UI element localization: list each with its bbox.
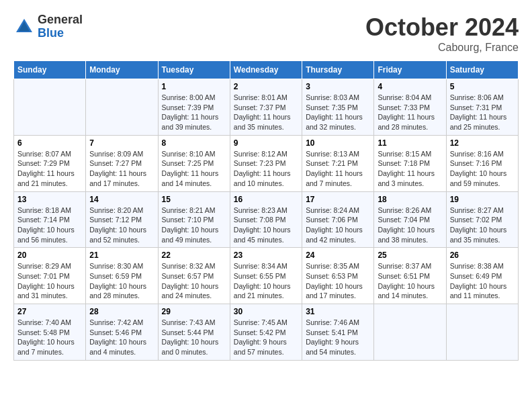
day-number: 17 [306,195,370,204]
day-number: 11 [378,138,442,148]
day-info: Sunrise: 8:10 AM Sunset: 7:25 PM Dayligh… [162,149,226,189]
day-info: Sunrise: 7:42 AM Sunset: 5:46 PM Dayligh… [89,318,154,357]
calendar-cell: 17Sunrise: 8:24 AM Sunset: 7:06 PM Dayli… [302,191,374,248]
day-info: Sunrise: 8:16 AM Sunset: 7:16 PM Dayligh… [450,149,515,189]
day-info: Sunrise: 8:35 AM Sunset: 6:53 PM Dayligh… [306,261,370,301]
day-number: 14 [89,195,154,204]
calendar-cell: 6Sunrise: 8:07 AM Sunset: 7:29 PM Daylig… [14,135,86,191]
calendar-cell: 9Sunrise: 8:12 AM Sunset: 7:23 PM Daylig… [230,135,302,191]
day-info: Sunrise: 8:01 AM Sunset: 7:37 PM Dayligh… [234,93,298,132]
calendar-cell: 19Sunrise: 8:27 AM Sunset: 7:02 PM Dayli… [446,191,518,248]
title-section: October 2024 Cabourg, France [365,13,519,54]
day-number: 29 [162,307,226,316]
day-info: Sunrise: 8:27 AM Sunset: 7:02 PM Dayligh… [450,205,515,245]
weekday-header-row: SundayMondayTuesdayWednesdayThursdayFrid… [14,61,519,79]
logo-icon [13,16,35,38]
day-info: Sunrise: 8:00 AM Sunset: 7:39 PM Dayligh… [162,93,226,132]
weekday-header-cell: Monday [86,61,158,79]
day-info: Sunrise: 8:24 AM Sunset: 7:06 PM Dayligh… [306,205,370,245]
day-number: 26 [450,250,515,260]
day-info: Sunrise: 8:03 AM Sunset: 7:35 PM Dayligh… [306,93,370,132]
logo: General Blue [13,13,83,40]
calendar-row: 13Sunrise: 8:18 AM Sunset: 7:14 PM Dayli… [14,191,519,248]
calendar-body: 1Sunrise: 8:00 AM Sunset: 7:39 PM Daylig… [14,79,519,361]
day-info: Sunrise: 8:20 AM Sunset: 7:12 PM Dayligh… [89,205,154,245]
day-info: Sunrise: 7:45 AM Sunset: 5:42 PM Dayligh… [234,318,298,357]
calendar-cell: 18Sunrise: 8:26 AM Sunset: 7:04 PM Dayli… [374,191,446,248]
day-number: 1 [162,82,226,91]
calendar-cell: 30Sunrise: 7:45 AM Sunset: 5:42 PM Dayli… [230,304,302,361]
day-info: Sunrise: 7:40 AM Sunset: 5:48 PM Dayligh… [17,318,82,357]
logo-line2: Blue [38,27,83,40]
calendar-row: 6Sunrise: 8:07 AM Sunset: 7:29 PM Daylig… [14,135,519,191]
day-info: Sunrise: 7:43 AM Sunset: 5:44 PM Dayligh… [162,318,226,357]
day-info: Sunrise: 8:12 AM Sunset: 7:23 PM Dayligh… [234,149,298,189]
day-number: 20 [17,250,82,260]
day-info: Sunrise: 8:06 AM Sunset: 7:31 PM Dayligh… [450,93,515,132]
day-info: Sunrise: 8:38 AM Sunset: 6:49 PM Dayligh… [450,261,515,301]
day-number: 30 [234,307,298,316]
calendar-cell: 27Sunrise: 7:40 AM Sunset: 5:48 PM Dayli… [14,304,86,361]
calendar-cell: 23Sunrise: 8:34 AM Sunset: 6:55 PM Dayli… [230,248,302,304]
day-info: Sunrise: 8:21 AM Sunset: 7:10 PM Dayligh… [162,205,226,245]
calendar-row: 20Sunrise: 8:29 AM Sunset: 7:01 PM Dayli… [14,248,519,304]
weekday-header-cell: Tuesday [158,61,230,79]
day-number: 3 [306,82,370,91]
calendar-cell: 16Sunrise: 8:23 AM Sunset: 7:08 PM Dayli… [230,191,302,248]
day-number: 27 [17,307,82,316]
calendar-cell: 12Sunrise: 8:16 AM Sunset: 7:16 PM Dayli… [446,135,518,191]
calendar-cell: 28Sunrise: 7:42 AM Sunset: 5:46 PM Dayli… [86,304,158,361]
day-number: 10 [306,138,370,148]
calendar-cell: 15Sunrise: 8:21 AM Sunset: 7:10 PM Dayli… [158,191,230,248]
calendar-cell: 4Sunrise: 8:04 AM Sunset: 7:33 PM Daylig… [374,79,446,136]
day-number: 21 [89,250,154,260]
calendar-row: 27Sunrise: 7:40 AM Sunset: 5:48 PM Dayli… [14,304,519,361]
calendar-cell [14,79,86,136]
calendar-cell [446,304,518,361]
day-info: Sunrise: 8:09 AM Sunset: 7:27 PM Dayligh… [89,149,154,189]
calendar-cell: 13Sunrise: 8:18 AM Sunset: 7:14 PM Dayli… [14,191,86,248]
calendar-cell: 1Sunrise: 8:00 AM Sunset: 7:39 PM Daylig… [158,79,230,136]
calendar-cell [374,304,446,361]
calendar-cell: 22Sunrise: 8:32 AM Sunset: 6:57 PM Dayli… [158,248,230,304]
day-info: Sunrise: 8:13 AM Sunset: 7:21 PM Dayligh… [306,149,370,189]
day-number: 13 [17,195,82,204]
day-info: Sunrise: 8:04 AM Sunset: 7:33 PM Dayligh… [378,93,442,132]
calendar-cell: 26Sunrise: 8:38 AM Sunset: 6:49 PM Dayli… [446,248,518,304]
day-info: Sunrise: 8:23 AM Sunset: 7:08 PM Dayligh… [234,205,298,245]
day-number: 2 [234,82,298,91]
weekday-header-cell: Friday [374,61,446,79]
calendar-cell: 25Sunrise: 8:37 AM Sunset: 6:51 PM Dayli… [374,248,446,304]
day-number: 25 [378,250,442,260]
day-number: 28 [89,307,154,316]
day-info: Sunrise: 8:18 AM Sunset: 7:14 PM Dayligh… [17,205,82,245]
day-info: Sunrise: 8:37 AM Sunset: 6:51 PM Dayligh… [378,261,442,301]
calendar-cell: 21Sunrise: 8:30 AM Sunset: 6:59 PM Dayli… [86,248,158,304]
day-number: 24 [306,250,370,260]
day-number: 22 [162,250,226,260]
calendar-cell: 20Sunrise: 8:29 AM Sunset: 7:01 PM Dayli… [14,248,86,304]
calendar-cell: 5Sunrise: 8:06 AM Sunset: 7:31 PM Daylig… [446,79,518,136]
day-info: Sunrise: 8:26 AM Sunset: 7:04 PM Dayligh… [378,205,442,245]
calendar-cell: 2Sunrise: 8:01 AM Sunset: 7:37 PM Daylig… [230,79,302,136]
day-number: 5 [450,82,515,91]
calendar-row: 1Sunrise: 8:00 AM Sunset: 7:39 PM Daylig… [14,79,519,136]
calendar-cell: 31Sunrise: 7:46 AM Sunset: 5:41 PM Dayli… [302,304,374,361]
day-number: 6 [17,138,82,148]
day-number: 16 [234,195,298,204]
day-number: 7 [89,138,154,148]
calendar-cell: 10Sunrise: 8:13 AM Sunset: 7:21 PM Dayli… [302,135,374,191]
weekday-header-cell: Thursday [302,61,374,79]
day-info: Sunrise: 8:30 AM Sunset: 6:59 PM Dayligh… [89,261,154,301]
weekday-header-cell: Wednesday [230,61,302,79]
header: General Blue October 2024 Cabourg, Franc… [13,13,519,54]
calendar-cell: 11Sunrise: 8:15 AM Sunset: 7:18 PM Dayli… [374,135,446,191]
day-number: 8 [162,138,226,148]
day-info: Sunrise: 7:46 AM Sunset: 5:41 PM Dayligh… [306,318,370,357]
day-info: Sunrise: 8:29 AM Sunset: 7:01 PM Dayligh… [17,261,82,301]
calendar-cell: 3Sunrise: 8:03 AM Sunset: 7:35 PM Daylig… [302,79,374,136]
calendar-cell: 8Sunrise: 8:10 AM Sunset: 7:25 PM Daylig… [158,135,230,191]
calendar-table: SundayMondayTuesdayWednesdayThursdayFrid… [13,60,519,361]
day-number: 19 [450,195,515,204]
logo-line1: General [38,13,83,27]
